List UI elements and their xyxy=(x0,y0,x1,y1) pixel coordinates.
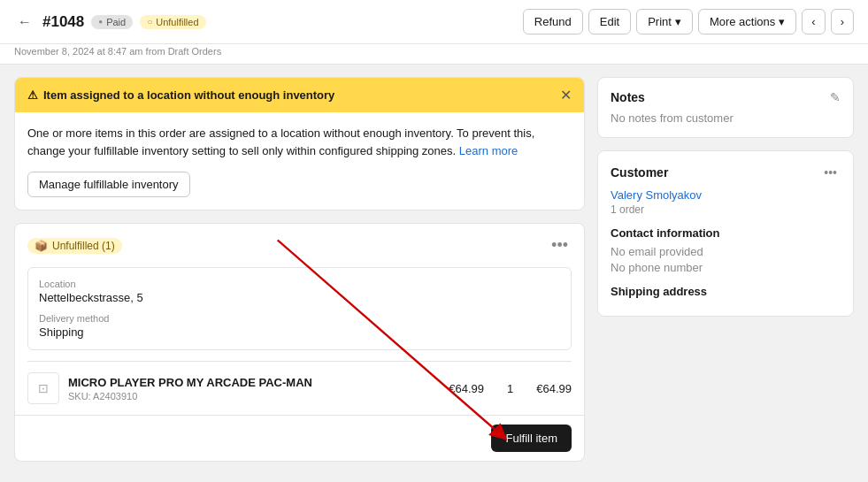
alert-footer: Manage fulfillable inventory xyxy=(15,172,584,210)
delivery-value: Shipping xyxy=(39,325,560,339)
notes-title: Notes xyxy=(611,90,645,104)
contact-email: No email provided xyxy=(611,245,841,258)
unfulfilled-card: 📦 Unfulfilled (1) ••• Location Nettelbec… xyxy=(14,223,585,462)
alert-close-button[interactable]: ✕ xyxy=(560,87,572,103)
notes-card-header: Notes ✎ xyxy=(611,90,841,104)
main-column: ⚠ Item assigned to a location without en… xyxy=(14,77,585,462)
page-content: ⚠ Item assigned to a location without en… xyxy=(0,65,868,474)
more-actions-button[interactable]: More actions ▾ xyxy=(698,9,796,34)
customer-card: Customer ••• Valery Smolyakov 1 order Co… xyxy=(597,150,854,317)
location-label: Location xyxy=(39,279,560,289)
more-options-button[interactable]: ••• xyxy=(548,234,572,256)
product-name: MICRO PLAYER PRO MY ARCADE PAC-MAN xyxy=(68,376,440,389)
next-order-button[interactable]: › xyxy=(831,9,854,34)
page-header: ← #1048 Paid Unfulfilled Refund Edit Pri… xyxy=(0,0,868,44)
customer-title: Customer xyxy=(611,165,668,180)
alert-title: ⚠ Item assigned to a location without en… xyxy=(27,88,334,102)
paid-badge: Paid xyxy=(91,15,133,29)
manage-inventory-button[interactable]: Manage fulfillable inventory xyxy=(27,172,190,197)
edit-notes-icon[interactable]: ✎ xyxy=(830,90,841,104)
side-column: Notes ✎ No notes from customer Customer … xyxy=(597,77,854,462)
product-info: MICRO PLAYER PRO MY ARCADE PAC-MAN SKU: … xyxy=(68,376,440,402)
prev-order-button[interactable]: ‹ xyxy=(802,9,825,34)
product-row: ⊡ MICRO PLAYER PRO MY ARCADE PAC-MAN SKU… xyxy=(27,361,572,415)
chevron-down-icon: ▾ xyxy=(675,15,681,28)
notes-body: No notes from customer xyxy=(611,111,841,125)
shipping-title: Shipping address xyxy=(611,285,841,298)
box-icon: 📦 xyxy=(35,240,48,252)
header-actions: Refund Edit Print ▾ More actions ▾ ‹ › xyxy=(523,9,854,34)
customer-orders: 1 order xyxy=(611,203,841,216)
image-placeholder-icon: ⊡ xyxy=(38,381,49,395)
location-section: Location Nettelbeckstrasse, 5 Delivery m… xyxy=(27,267,572,350)
unfulfilled-badge-header: Unfulfilled xyxy=(140,15,205,29)
customer-card-header: Customer ••• xyxy=(611,164,841,181)
order-title: #1048 xyxy=(42,13,84,31)
back-button[interactable]: ← xyxy=(14,12,35,32)
product-sku: SKU: A2403910 xyxy=(68,391,440,402)
contact-section: Contact information No email provided No… xyxy=(611,226,841,274)
customer-name-link[interactable]: Valery Smolyakov xyxy=(611,188,702,202)
delivery-label: Delivery method xyxy=(39,313,560,324)
unfulfilled-card-header: 📦 Unfulfilled (1) ••• xyxy=(15,224,584,267)
alert-body: One or more items in this order are assi… xyxy=(15,112,584,172)
chevron-down-icon-2: ▾ xyxy=(779,15,785,28)
unfulfilled-badge-card: 📦 Unfulfilled (1) xyxy=(27,238,122,254)
shipping-section: Shipping address xyxy=(611,285,841,298)
contact-title: Contact information xyxy=(611,226,841,240)
product-price: €64.99 xyxy=(449,382,484,395)
alert-header: ⚠ Item assigned to a location without en… xyxy=(15,78,584,112)
notes-card: Notes ✎ No notes from customer xyxy=(597,77,854,138)
edit-button[interactable]: Edit xyxy=(588,9,631,34)
warning-icon: ⚠ xyxy=(27,88,38,102)
product-icon: ⊡ xyxy=(27,372,59,404)
product-total: €64.99 xyxy=(536,382,572,395)
contact-phone: No phone number xyxy=(611,261,841,274)
fulfill-item-button[interactable]: Fulfill item xyxy=(491,425,572,452)
fulfill-section: Fulfill item xyxy=(15,415,584,461)
customer-more-options[interactable]: ••• xyxy=(820,164,841,181)
inventory-alert: ⚠ Item assigned to a location without en… xyxy=(14,77,585,210)
print-button[interactable]: Print ▾ xyxy=(636,9,693,34)
order-subtitle: November 8, 2024 at 8:47 am from Draft O… xyxy=(0,44,868,65)
product-qty: 1 xyxy=(493,382,527,395)
header-left: ← #1048 Paid Unfulfilled xyxy=(14,12,514,32)
learn-more-link[interactable]: Learn more xyxy=(459,144,518,157)
refund-button[interactable]: Refund xyxy=(523,9,583,34)
location-value: Nettelbeckstrasse, 5 xyxy=(39,291,560,304)
